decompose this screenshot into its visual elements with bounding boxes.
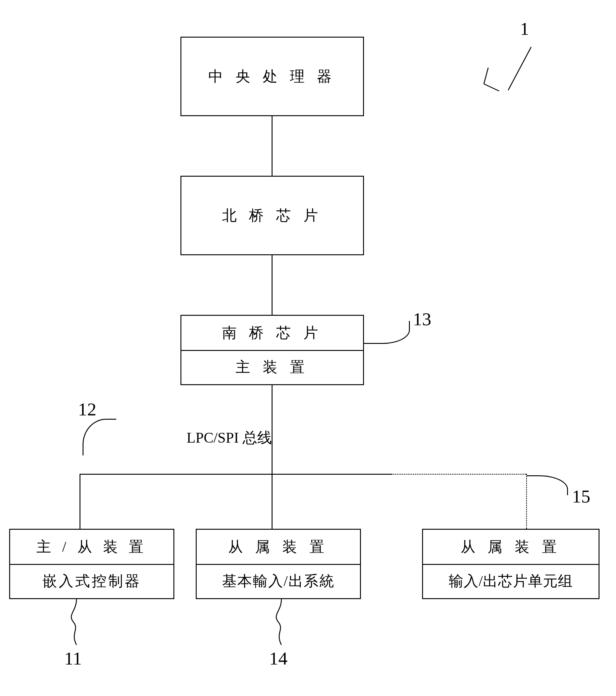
bios-block: 从 属 装 置 基本輸入/出系統 xyxy=(196,529,361,599)
system-label: 1 xyxy=(520,18,529,39)
bus-label: LPC/SPI 总线 xyxy=(187,428,272,447)
cpu-label: 中 央 处 理 器 xyxy=(181,67,363,86)
callout-curve-13 xyxy=(364,321,410,344)
callout-curve-15 xyxy=(527,475,568,495)
bus-line-dotted xyxy=(391,474,526,475)
callout-11: 11 xyxy=(64,648,82,669)
arrowhead-stroke-1 xyxy=(483,83,499,91)
bus-drop-left xyxy=(79,474,80,529)
callout-15: 15 xyxy=(572,486,590,507)
southbridge-top-label: 南 桥 芯 片 xyxy=(181,323,363,343)
bios-bottom-label: 基本輸入/出系統 xyxy=(197,571,360,591)
bios-top-label: 从 属 装 置 xyxy=(197,537,360,557)
bus-line-solid xyxy=(79,474,391,475)
callout-curve-12 xyxy=(82,419,116,456)
callout-13: 13 xyxy=(413,309,431,330)
io-bottom-label: 输入/出芯片单元组 xyxy=(423,571,599,591)
cpu-block: 中 央 处 理 器 xyxy=(181,37,364,116)
callout-14: 14 xyxy=(269,648,288,669)
callout-squiggle-11 xyxy=(64,599,89,645)
callout-squiggle-14 xyxy=(269,599,294,645)
northbridge-block: 北 桥 芯 片 xyxy=(181,176,364,255)
northbridge-label: 北 桥 芯 片 xyxy=(181,206,363,225)
arrow-shaft xyxy=(508,47,532,91)
southbridge-bottom-label: 主 装 置 xyxy=(181,357,363,377)
connector-cpu-nb xyxy=(272,116,273,176)
ec-bottom-label: 嵌入式控制器 xyxy=(10,571,173,591)
ec-top-label: 主 / 从 装 置 xyxy=(10,537,173,557)
io-chip-block: 从 属 装 置 输入/出芯片单元组 xyxy=(422,529,600,599)
callout-12: 12 xyxy=(78,399,96,420)
connector-nb-sb xyxy=(272,255,273,315)
io-top-label: 从 属 装 置 xyxy=(423,537,599,557)
embedded-controller-block: 主 / 从 装 置 嵌入式控制器 xyxy=(9,529,174,599)
southbridge-block: 南 桥 芯 片 主 装 置 xyxy=(181,315,364,385)
bus-drop-mid xyxy=(272,474,273,529)
arrowhead-stroke-2 xyxy=(483,67,489,84)
